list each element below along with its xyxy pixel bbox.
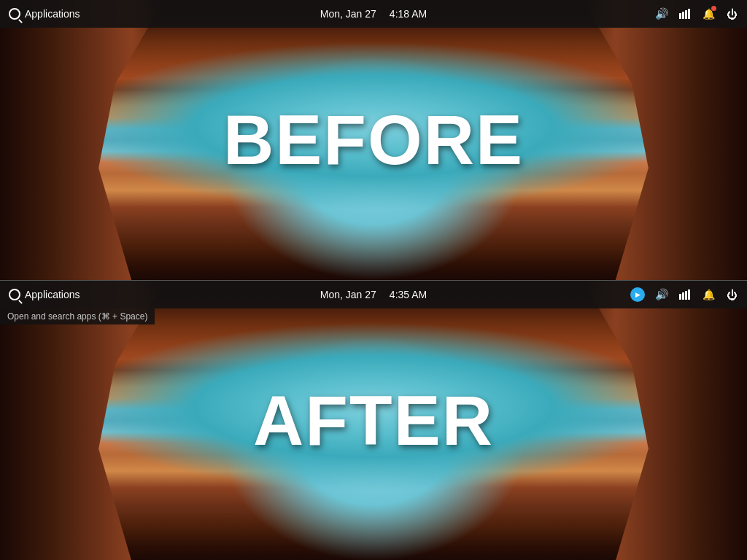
network-icon[interactable] [678,7,692,20]
before-topbar: Applications Mon, Jan 27 4:18 AM 🔊 🔔 ⏻ [0,0,747,28]
sound-icon[interactable]: 🔊 [655,7,668,20]
bell-icon[interactable]: 🔔 [702,7,715,20]
svg-rect-4 [679,294,681,300]
svg-rect-2 [685,10,687,19]
after-topbar: Applications Mon, Jan 27 4:35 AM 🔊 🔔 ⏻ [0,281,747,308]
after-panel: Applications Mon, Jan 27 4:35 AM 🔊 🔔 ⏻ O… [0,281,747,560]
after-topbar-left[interactable]: Applications [9,289,80,300]
svg-rect-6 [685,291,687,300]
svg-rect-5 [682,292,684,300]
after-date: Mon, Jan 27 [320,289,376,300]
svg-rect-1 [682,12,684,19]
sound-icon[interactable]: 🔊 [655,288,668,301]
after-time: 4:35 AM [390,289,427,300]
network-icon[interactable] [678,288,692,301]
before-overlay-text: BEFORE [223,100,524,180]
before-datetime: Mon, Jan 27 4:18 AM [320,8,427,20]
svg-rect-0 [679,13,681,19]
before-topbar-left[interactable]: Applications [9,8,80,20]
notification-dot [711,6,716,11]
power-icon[interactable]: ⏻ [725,288,738,301]
search-icon[interactable] [9,289,20,300]
after-overlay-text: AFTER [253,381,494,461]
power-icon[interactable]: ⏻ [725,7,738,20]
svg-rect-7 [688,289,690,300]
svg-rect-3 [688,9,690,19]
after-tray: 🔊 🔔 ⏻ [630,287,738,302]
after-datetime: Mon, Jan 27 4:35 AM [320,289,427,300]
after-applications-label[interactable]: Applications [25,289,80,300]
before-panel: Applications Mon, Jan 27 4:18 AM 🔊 🔔 ⏻ B… [0,0,747,280]
applications-tooltip: Open and search apps (⌘ + Space) [0,308,155,324]
telegram-icon[interactable] [630,287,645,302]
before-time: 4:18 AM [390,8,427,20]
before-tray: 🔊 🔔 ⏻ [655,7,738,20]
before-date: Mon, Jan 27 [320,8,376,20]
bell-icon[interactable]: 🔔 [702,288,715,301]
search-icon[interactable] [9,8,20,20]
before-applications-label[interactable]: Applications [25,8,80,20]
